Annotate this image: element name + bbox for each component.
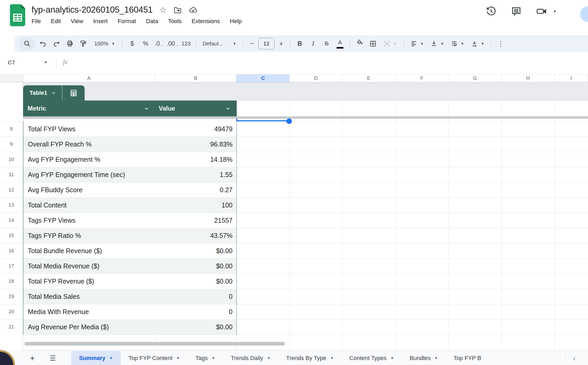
table-row[interactable]: Total Content100 — [23, 197, 237, 213]
print-button[interactable] — [64, 37, 76, 50]
vertical-align-button[interactable]: ▼ — [428, 37, 446, 50]
cell-metric[interactable]: Tags FYP Views — [23, 217, 155, 224]
meet-camera-icon[interactable]: ▼ — [536, 6, 556, 17]
row-header-16[interactable]: 16 — [0, 243, 23, 258]
cell-value[interactable]: $0.00 — [155, 262, 233, 270]
merge-cells-button[interactable]: ▼ — [381, 37, 400, 50]
cell-metric[interactable]: Total Media Sales — [23, 293, 155, 300]
sheet-tab-caret-icon[interactable]: ▼ — [435, 356, 438, 360]
sheet-tab-caret-icon[interactable]: ▼ — [176, 356, 180, 360]
increase-font-size-button[interactable]: + — [276, 37, 286, 50]
cell-value[interactable]: $0.00 — [155, 247, 233, 255]
menu-edit[interactable]: Edit — [51, 18, 61, 25]
row-header-12[interactable]: 12 — [0, 182, 23, 197]
menu-format[interactable]: Format — [118, 18, 136, 25]
cell-metric[interactable]: Tags FYP Ratio % — [23, 232, 155, 239]
column-header-a[interactable]: A — [23, 74, 155, 82]
zoom-select[interactable]: 100%▼ — [91, 37, 118, 50]
table-row[interactable]: Total Bundle Revenue ($)$0.00 — [23, 243, 237, 258]
menu-tools[interactable]: Tools — [168, 18, 182, 25]
cell-metric[interactable]: Avg FBuddy Score — [23, 186, 155, 194]
table-row[interactable]: Tags FYP Ratio %43.57% — [23, 228, 237, 243]
avatar[interactable] — [580, 6, 588, 22]
text-wrap-button[interactable]: ▼ — [448, 37, 467, 50]
undo-button[interactable] — [37, 37, 49, 50]
frozen-row-divider[interactable] — [0, 116, 588, 119]
menu-insert[interactable]: Insert — [93, 18, 108, 25]
sheet-tab-trends-by-type[interactable]: Trends By Type▼ — [278, 351, 342, 365]
cell-metric[interactable]: Total FYP Views — [23, 125, 155, 133]
name-box-caret-icon[interactable]: ▼ — [44, 60, 48, 64]
table-row[interactable]: Total FYP Revenue ($)$0.00 — [23, 274, 237, 289]
sheet-tab-bundles[interactable]: Bundles▼ — [402, 351, 446, 365]
borders-button[interactable] — [367, 37, 379, 50]
table-row[interactable]: Avg FYP Engagement %14.18% — [23, 152, 237, 167]
cell-value[interactable]: 96.83% — [155, 140, 233, 148]
cell-metric[interactable]: Total Bundle Revenue ($) — [23, 247, 155, 255]
column-header-e[interactable]: E — [342, 74, 395, 82]
cloud-status-icon[interactable] — [189, 5, 198, 14]
font-select[interactable]: Defaul...▼ — [200, 37, 239, 50]
column-header-c[interactable]: C — [236, 74, 290, 82]
cell-metric[interactable]: Total FYP Revenue ($) — [23, 278, 155, 285]
horizontal-align-button[interactable]: ▼ — [408, 37, 426, 50]
camera-caret-icon[interactable]: ▼ — [553, 9, 556, 13]
table-header-value[interactable]: Value — [155, 101, 237, 116]
menu-help[interactable]: Help — [230, 18, 242, 25]
sheets-logo-icon[interactable] — [10, 4, 25, 26]
column-header-i[interactable]: I — [555, 74, 588, 82]
cell-metric[interactable]: Total Media Revenue ($) — [23, 262, 155, 270]
cell-metric[interactable]: Total Content — [23, 201, 155, 209]
increase-decimal-button[interactable]: .00→ — [167, 37, 178, 50]
version-history-icon[interactable] — [486, 6, 496, 17]
number-format-button[interactable]: 123 — [180, 37, 192, 50]
cell-metric[interactable]: Avg FYP Engagement Time (sec) — [23, 171, 155, 179]
cell-metric[interactable]: Media With Revenue — [23, 308, 155, 316]
horizontal-scrollbar[interactable] — [24, 342, 285, 346]
row-header-10[interactable]: 10 — [0, 152, 23, 167]
strikethrough-button[interactable]: S — [321, 37, 332, 50]
cell-value[interactable]: $0.00 — [155, 323, 233, 331]
column-header-b[interactable]: B — [155, 74, 236, 82]
select-all-corner[interactable] — [0, 74, 23, 82]
row-header-11[interactable]: 11 — [0, 167, 23, 182]
column-header-f[interactable]: F — [395, 74, 448, 82]
row-header-21[interactable]: 21 — [0, 319, 23, 335]
all-sheets-button[interactable]: ☰ — [47, 352, 59, 364]
table-row[interactable]: Avg FBuddy Score0.27 — [23, 182, 237, 197]
fill-color-button[interactable] — [354, 37, 365, 50]
redo-button[interactable] — [51, 37, 62, 50]
cell-metric[interactable]: Avg Revenue Per Media ($) — [23, 323, 155, 331]
sheet-tab-content-types[interactable]: Content Types▼ — [342, 351, 402, 365]
cell-metric[interactable]: Avg FYP Engagement % — [23, 156, 155, 163]
cell-value[interactable]: 14.18% — [155, 156, 233, 163]
row-header-15[interactable]: 15 — [0, 228, 23, 243]
table-row[interactable]: Total Media Sales0 — [23, 289, 237, 304]
cell-value[interactable]: 0 — [155, 293, 233, 300]
sheet-tab-top-fyp-b[interactable]: Top FYP B — [446, 351, 481, 365]
paint-format-button[interactable] — [78, 37, 89, 50]
formula-input[interactable] — [79, 52, 578, 74]
column-header-g[interactable]: G — [448, 74, 502, 82]
cell-value[interactable]: $0.00 — [155, 278, 233, 285]
column-header-h[interactable]: H — [502, 74, 555, 82]
sheet-tab-top-fyp-content[interactable]: Top FYP Content▼ — [121, 351, 188, 365]
text-rotation-button[interactable]: ▼ — [468, 37, 487, 50]
menu-view[interactable]: View — [71, 18, 83, 25]
cell-value[interactable]: 0.27 — [155, 186, 233, 194]
table-chip[interactable]: Table1 — [23, 85, 85, 101]
table-row[interactable]: Avg FYP Engagement Time (sec)1.55 — [23, 167, 237, 182]
table-row[interactable]: Total Media Revenue ($)$0.00 — [23, 258, 237, 274]
row-header-8[interactable]: 8 — [0, 121, 23, 137]
sheet-tab-trends-daily[interactable]: Trends Daily▼ — [223, 351, 278, 365]
cell-value[interactable]: 43.57% — [155, 232, 233, 239]
table-row[interactable]: Avg Revenue Per Media ($)$0.00 — [23, 319, 237, 335]
tab-scroll-left-button[interactable]: ‹ — [569, 352, 580, 364]
sheet-tab-caret-icon[interactable]: ▼ — [390, 356, 394, 360]
row-header-14[interactable]: 14 — [0, 213, 23, 228]
column-header-d[interactable]: D — [290, 74, 342, 82]
value-filter-caret-icon[interactable] — [225, 106, 231, 111]
add-sheet-button[interactable]: + — [26, 352, 38, 364]
bold-button[interactable]: B — [294, 37, 306, 50]
cell-value[interactable]: 21557 — [155, 217, 233, 224]
